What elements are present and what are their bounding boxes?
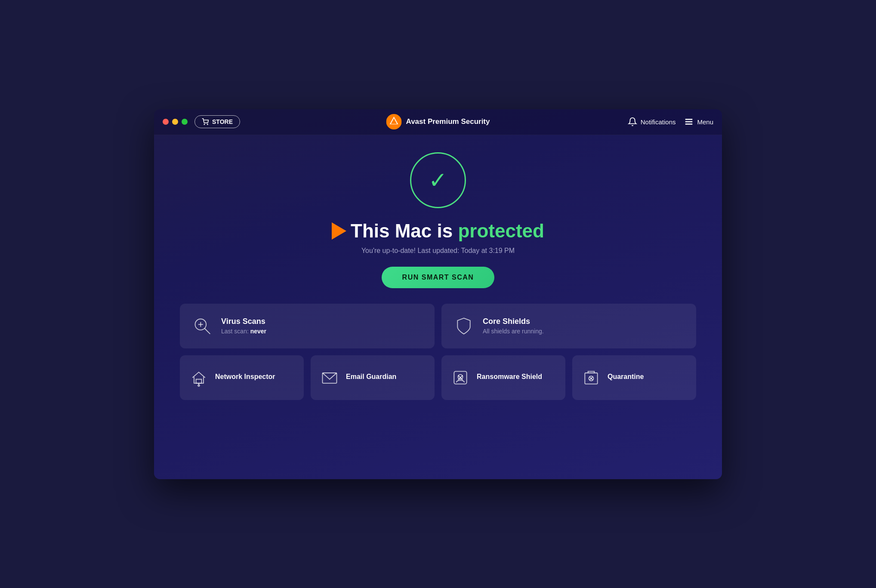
- checkmark-icon: ✓: [429, 169, 447, 191]
- app-window: STORE Avast Premium Security Notificatio…: [154, 109, 722, 479]
- core-shields-card[interactable]: Core Shields All shields are running.: [441, 304, 696, 348]
- status-circle: ✓: [410, 152, 466, 208]
- core-shields-subtitle: All shields are running.: [483, 328, 544, 335]
- store-label: STORE: [212, 118, 233, 125]
- virus-scans-card[interactable]: Virus Scans Last scan: never: [180, 304, 435, 348]
- app-title: Avast Premium Security: [406, 117, 490, 126]
- bell-icon: [628, 117, 637, 126]
- virus-scans-subtitle: Last scan: never: [221, 328, 266, 335]
- cart-icon: [202, 118, 209, 125]
- virus-scans-info: Virus Scans Last scan: never: [221, 317, 266, 335]
- quarantine-card[interactable]: Quarantine: [572, 355, 696, 400]
- svg-point-1: [207, 124, 208, 124]
- headline-protected: protected: [458, 220, 544, 241]
- maximize-button[interactable]: [182, 119, 188, 125]
- ransomware-shield-card[interactable]: Ransomware Shield: [441, 355, 565, 400]
- notifications-button[interactable]: Notifications: [628, 117, 676, 126]
- hamburger-icon: [684, 117, 694, 126]
- quarantine-icon: [581, 367, 601, 388]
- network-inspector-card[interactable]: Network Inspector: [180, 355, 304, 400]
- email-guardian-title: Email Guardian: [346, 373, 396, 381]
- svg-point-11: [198, 385, 200, 386]
- run-smart-scan-button[interactable]: RUN SMART SCAN: [382, 267, 495, 288]
- email-guardian-info: Email Guardian: [346, 373, 396, 382]
- notifications-label: Notifications: [641, 118, 676, 126]
- main-cards-grid: Virus Scans Last scan: never Core Shield…: [180, 304, 696, 348]
- main-content: ✓ This Mac is protected You're up-to-dat…: [154, 135, 722, 417]
- network-inspector-info: Network Inspector: [215, 373, 275, 382]
- core-shields-icon: [453, 316, 474, 336]
- ransomware-shield-icon: [450, 367, 471, 388]
- headline-text: This Mac is protected: [351, 220, 544, 242]
- title-center: Avast Premium Security: [386, 114, 490, 129]
- virus-scans-icon: [192, 316, 213, 336]
- close-button[interactable]: [163, 119, 169, 125]
- virus-scans-title: Virus Scans: [221, 317, 266, 326]
- headline-prefix: This Mac is: [351, 220, 458, 241]
- ransomware-shield-title: Ransomware Shield: [477, 373, 542, 381]
- ransomware-shield-info: Ransomware Shield: [477, 373, 542, 382]
- avast-logo-icon: [386, 114, 402, 129]
- email-guardian-card[interactable]: Email Guardian: [311, 355, 435, 400]
- menu-button[interactable]: Menu: [684, 117, 713, 126]
- play-arrow-icon: [332, 222, 346, 240]
- svg-line-7: [205, 328, 210, 334]
- quarantine-title: Quarantine: [608, 373, 644, 381]
- status-headline: This Mac is protected: [332, 220, 544, 242]
- core-shields-info: Core Shields All shields are running.: [483, 317, 544, 335]
- network-inspector-title: Network Inspector: [215, 373, 275, 381]
- svg-point-0: [204, 124, 204, 124]
- store-button[interactable]: STORE: [194, 115, 240, 128]
- small-cards-grid: Network Inspector Email Guardian: [180, 355, 696, 400]
- title-bar: STORE Avast Premium Security Notificatio…: [154, 109, 722, 135]
- svg-point-14: [458, 374, 463, 379]
- core-shields-title: Core Shields: [483, 317, 544, 326]
- title-right: Notifications Menu: [628, 117, 713, 126]
- network-inspector-icon: [188, 367, 209, 388]
- quarantine-info: Quarantine: [608, 373, 644, 382]
- traffic-lights: [163, 119, 188, 125]
- email-guardian-icon: [319, 367, 340, 388]
- status-subtitle: You're up-to-date! Last updated: Today a…: [361, 247, 515, 255]
- minimize-button[interactable]: [172, 119, 178, 125]
- title-bar-left: STORE: [163, 115, 240, 128]
- menu-label: Menu: [697, 118, 713, 126]
- svg-rect-10: [196, 379, 202, 383]
- virus-scans-last-scan: never: [250, 328, 266, 335]
